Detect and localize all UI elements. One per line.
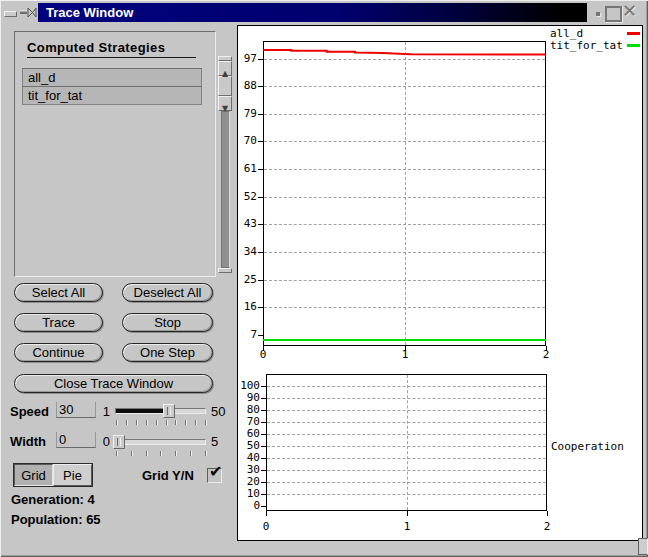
x-tick-label: 0 [256,521,276,533]
y-tick-label: 0 [238,500,260,512]
y-tick-label: 52 [238,191,257,203]
population-status: Population: 65 [11,512,101,527]
scrollbar-bottom-cap [218,268,232,273]
y-tick [258,335,263,336]
y-tick-label: 88 [238,80,257,92]
strategies-panel: Computed Strategies all_dtit_for_tat [14,31,216,277]
x-tick [263,346,264,351]
trace-button[interactable]: Trace [14,313,103,332]
y-tick [258,59,263,60]
slider-tick [146,451,148,456]
speed-slider-track[interactable] [115,408,206,414]
stop-button[interactable]: Stop [122,313,213,332]
continue-button[interactable]: Continue [14,343,103,362]
speed-slider-fill [116,409,168,413]
speed-value-input[interactable] [56,402,96,418]
y-tick [261,398,266,399]
x-tick [407,511,408,516]
x-tick-label: 2 [537,521,557,533]
population-value: 65 [86,512,100,527]
deselect-all-button[interactable]: Deselect All [122,283,213,302]
strategy-item[interactable]: tit_for_tat [22,86,202,105]
resize-grip[interactable] [638,538,648,555]
speed-slider-thumb[interactable] [163,404,175,418]
y-tick-label: 16 [238,301,257,313]
scrollbar-thumb[interactable] [218,76,232,96]
x-tick [266,511,267,516]
slider-tick [166,420,168,425]
x-tick [405,346,406,351]
close-trace-window-button[interactable]: Close Trace Window [14,374,213,393]
slider-tick [160,451,162,456]
speed-max-label: 50 [211,404,225,419]
minimize-icon[interactable] [4,11,17,17]
y-tick-label: 7 [238,329,257,341]
y-tick-label: 79 [238,108,257,120]
y-tick [258,114,263,115]
y-tick [258,141,263,142]
slider-tick [185,420,187,425]
grid-yn-checkbox[interactable]: ✔ [207,468,222,483]
cooperation-label: Cooperation [551,441,624,453]
x-tick-label: 1 [397,521,417,533]
width-min-label: 0 [96,434,110,449]
slider-tick [116,451,118,456]
slider-tick [136,420,138,425]
v-gridline [407,375,408,510]
titlebar[interactable]: Trace Window [38,3,587,22]
x-tick [547,511,548,516]
width-max-label: 5 [211,434,218,449]
width-value-input[interactable] [56,432,96,448]
y-tick [261,458,266,459]
trace-window: Trace Window ✕ Computed Strategies all_d… [0,0,648,557]
checkmark-icon: ✔ [209,462,222,481]
select-all-button[interactable]: Select All [14,283,103,302]
slider-tick [205,451,207,456]
v-gridline [405,42,406,345]
speed-label: Speed [10,404,49,419]
y-tick-label: 25 [238,274,257,286]
slider-tick [175,451,177,456]
slider-tick [205,420,207,425]
scroll-up-icon: ▲ [222,69,228,78]
scroll-up-button[interactable]: ▲ [218,61,232,76]
y-tick-label: 34 [238,246,257,258]
y-tick [258,224,263,225]
window-title: Trace Window [46,5,133,20]
y-tick [261,482,266,483]
scroll-down-icon: ▼ [222,104,228,113]
y-tick [261,506,266,507]
scroll-down-button[interactable]: ▼ [218,96,232,111]
strategy-item[interactable]: all_d [22,68,202,87]
y-tick-label: 97 [238,53,257,65]
y-tick [261,446,266,447]
x-tick [546,346,547,351]
grid-button[interactable]: Grid [14,464,53,486]
slider-tick [156,420,158,425]
y-tick [258,280,263,281]
maximize-icon[interactable] [605,6,622,22]
y-tick [258,169,263,170]
speed-min-label: 1 [96,404,110,419]
generation-value: 4 [88,492,95,507]
pin-icon[interactable] [20,7,37,18]
strategies-header-underline [27,57,196,58]
close-icon[interactable]: ✕ [622,2,637,20]
strategies-scrollbar: ▲ ▼ [218,56,232,273]
y-tick [261,386,266,387]
strategies-header: Computed Strategies [27,40,165,55]
y-tick [258,86,263,87]
width-slider-track[interactable] [115,439,206,445]
scrollbar-trough[interactable] [221,111,230,268]
pie-button[interactable]: Pie [53,464,92,486]
one-step-button[interactable]: One Step [122,343,213,362]
view-toggle: Grid Pie [13,463,93,487]
width-slider-thumb[interactable] [113,435,125,449]
strategy-list: all_dtit_for_tat [22,69,202,105]
slider-tick [190,451,192,456]
slider-tick [116,420,118,425]
y-tick-label: 61 [238,163,257,175]
y-tick [261,422,266,423]
menu-dot-icon[interactable] [596,12,600,16]
slider-tick [131,451,133,456]
